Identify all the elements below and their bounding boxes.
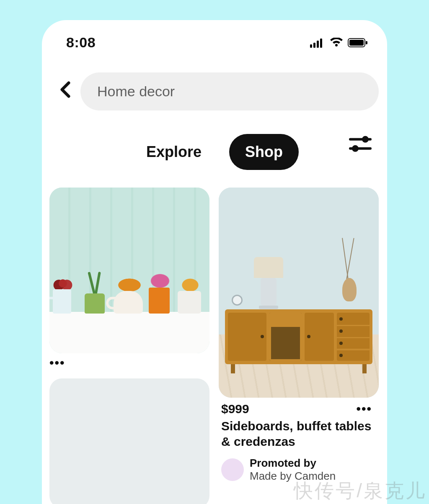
svg-rect-2 <box>317 41 319 48</box>
tabs-row: Explore Shop <box>42 111 387 170</box>
product-title: Sideboards, buffet tables & credenzas <box>219 416 379 449</box>
more-button[interactable]: ••• <box>49 353 209 373</box>
pin-image <box>49 188 209 353</box>
status-bar: 8:08 <box>42 20 387 51</box>
svg-rect-0 <box>310 44 312 48</box>
grid-col-right: $999 ••• Sideboards, buffet tables & cre… <box>219 188 379 504</box>
filter-button[interactable] <box>349 134 372 156</box>
svg-rect-3 <box>320 39 322 48</box>
more-button[interactable]: ••• <box>356 402 375 416</box>
status-icons <box>310 38 368 48</box>
product-price: $999 <box>221 402 249 416</box>
svg-rect-5 <box>349 40 364 46</box>
search-row: Home decor <box>42 51 387 111</box>
svg-point-8 <box>362 136 369 143</box>
svg-rect-1 <box>313 43 315 48</box>
status-time: 8:08 <box>66 34 96 51</box>
phone-frame: 8:08 Home decor Explore Shop <box>42 20 387 504</box>
svg-rect-6 <box>366 41 367 44</box>
advertiser-avatar <box>221 458 244 481</box>
pin-card[interactable] <box>49 378 209 504</box>
svg-point-10 <box>352 145 359 152</box>
wifi-icon <box>329 38 344 48</box>
pin-card[interactable]: ••• <box>49 188 209 373</box>
tab-explore[interactable]: Explore <box>130 134 217 170</box>
product-image <box>219 188 379 398</box>
sliders-icon <box>349 134 372 154</box>
chevron-left-icon <box>59 81 70 98</box>
search-value: Home decor <box>97 83 175 99</box>
tab-shop[interactable]: Shop <box>229 134 299 170</box>
back-button[interactable] <box>58 79 72 104</box>
battery-icon <box>348 38 368 48</box>
grid-col-left: ••• <box>49 188 209 504</box>
results-grid: ••• <box>42 170 387 504</box>
search-input[interactable]: Home decor <box>80 72 379 111</box>
product-card[interactable]: $999 ••• Sideboards, buffet tables & cre… <box>219 188 379 483</box>
promoted-row[interactable]: Promoted by Made by Camden <box>219 449 379 483</box>
promoted-label: Promoted by <box>250 457 336 470</box>
pin-image <box>49 378 209 504</box>
cellular-icon <box>310 38 325 48</box>
advertiser-name: Made by Camden <box>250 470 336 483</box>
